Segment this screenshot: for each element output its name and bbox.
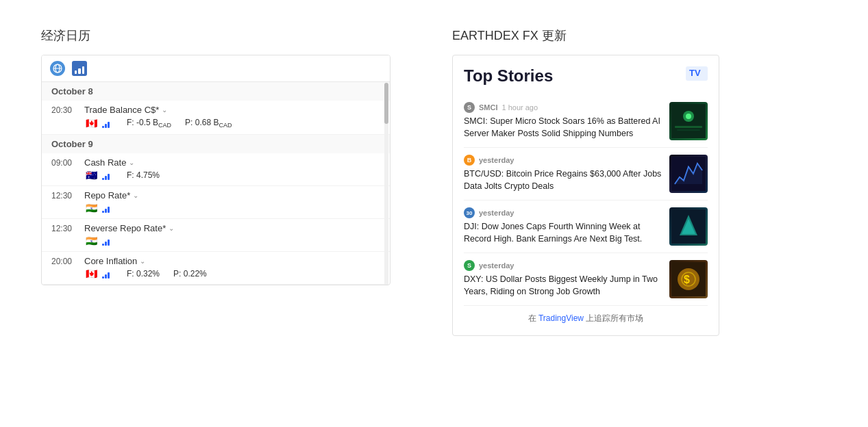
event-time-cash-rate: 09:00 [51, 158, 79, 168]
news-headline-dxy: DXY: US Dollar Posts Biggest Weekly Jump… [464, 274, 662, 298]
calendar-scroll[interactable]: October 8 20:30 Trade Balance C$* ⌄ 🇨🇦 [42, 82, 390, 285]
forecast-cash-rate: F: 4.75% [127, 170, 160, 180]
news-source-row-btc: B yesterday [464, 155, 662, 166]
event-name-reverse-repo: Reverse Repo Rate* ⌄ [84, 223, 174, 233]
news-thumb-dxy: $ [669, 260, 708, 298]
strength-icon-reverse-repo [102, 236, 114, 246]
source-name-smci: SMCI [479, 103, 498, 112]
chevron-icon: ⌄ [129, 159, 134, 166]
source-icon-dji: 30 [464, 207, 475, 218]
source-icon-dxy: S [464, 260, 475, 271]
right-section: EARTHDEX FX 更新 Top Stories TV S SMCI 1 h… [452, 27, 827, 336]
source-name-dji: yesterday [479, 209, 514, 217]
source-name-btc: yesterday [479, 156, 514, 164]
flag-canada: 🇨🇦 [84, 118, 98, 128]
scrollbar-thumb[interactable] [384, 83, 388, 124]
tv-logo: TV [686, 66, 708, 81]
event-values-trade-balance: F: -0.5 BCAD P: 0.68 BCAD [127, 118, 232, 129]
event-flags-trade-balance: 🇨🇦 F: -0.5 BCAD P: 0.68 BCAD [51, 115, 380, 131]
tradingview-link[interactable]: TradingView [538, 313, 584, 323]
event-cash-rate: 09:00 Cash Rate ⌄ 🇦🇺 F: 4.75% [42, 153, 390, 186]
news-headline-dji: DJI: Dow Jones Caps Fourth Winning Week … [464, 221, 662, 245]
svg-point-6 [686, 114, 691, 119]
event-repo-rate: 12:30 Repo Rate* ⌄ 🇮🇳 [42, 186, 390, 219]
event-name-core-inflation: Core Inflation ⌄ [84, 256, 145, 266]
globe-icon[interactable] [50, 61, 65, 76]
calendar-widget: October 8 20:30 Trade Balance C$* ⌄ 🇨🇦 [41, 55, 390, 285]
news-headline-smci: SMCI: Super Micro Stock Soars 16% as Bat… [464, 116, 662, 140]
news-item-dji[interactable]: 30 yesterday DJI: Dow Jones Caps Fourth … [464, 200, 708, 253]
event-time-reverse-repo: 12:30 [51, 224, 79, 233]
strength-icon-repo-rate [102, 203, 114, 213]
news-source-row-smci: S SMCI 1 hour ago [464, 102, 662, 113]
svg-rect-7 [675, 126, 702, 128]
left-title: 经济日历 [41, 27, 397, 44]
chevron-icon: ⌄ [133, 192, 138, 199]
forecast-value: F: -0.5 BCAD [127, 118, 171, 129]
event-name-repo-rate: Repo Rate* ⌄ [84, 190, 138, 200]
event-flags-repo-rate: 🇮🇳 [51, 200, 380, 216]
event-flags-cash-rate: 🇦🇺 F: 4.75% [51, 168, 380, 183]
strength-icon-cash-rate [102, 170, 114, 180]
news-thumb-smci [669, 102, 708, 140]
news-text-btc: B yesterday BTC/USD: Bitcoin Price Regai… [464, 155, 662, 192]
event-core-inflation: 20:00 Core Inflation ⌄ 🇨🇦 F: 0.32% [42, 252, 390, 285]
svg-text:$: $ [684, 274, 690, 285]
forecast-core-inflation: F: 0.32% [127, 269, 160, 279]
source-name-dxy: yesterday [479, 261, 514, 270]
event-time-core-inflation: 20:00 [51, 257, 79, 266]
event-flags-reverse-repo: 🇮🇳 [51, 233, 380, 248]
news-header: Top Stories TV [464, 66, 708, 86]
right-title: EARTHDEX FX 更新 [452, 27, 827, 44]
news-headline-btc: BTC/USD: Bitcoin Price Regains $63,000 A… [464, 168, 662, 192]
news-text-smci: S SMCI 1 hour ago SMCI: Super Micro Stoc… [464, 102, 662, 140]
flag-india-2: 🇮🇳 [84, 236, 98, 246]
source-icon-smci: S [464, 102, 475, 113]
news-widget[interactable]: Top Stories TV S SMCI 1 hour ago SMCI: S… [452, 55, 719, 336]
svg-rect-9 [680, 132, 697, 133]
source-time-smci: 1 hour ago [502, 103, 538, 112]
news-item-smci[interactable]: S SMCI 1 hour ago SMCI: Super Micro Stoc… [464, 95, 708, 148]
tradingview-link-row: 在 TradingView 上追踪所有市场 [464, 306, 708, 324]
event-trade-balance: 20:30 Trade Balance C$* ⌄ 🇨🇦 F: -0.5 BCA [42, 101, 390, 135]
news-source-row-dji: 30 yesterday [464, 207, 662, 218]
chevron-icon: ⌄ [169, 224, 174, 232]
news-text-dxy: S yesterday DXY: US Dollar Posts Biggest… [464, 260, 662, 298]
news-source-row-dxy: S yesterday [464, 260, 662, 271]
svg-text:TV: TV [689, 68, 701, 77]
scrollbar-track[interactable] [384, 83, 388, 285]
flag-australia: 🇦🇺 [84, 170, 98, 180]
event-values-core-inflation: F: 0.32% P: 0.22% [127, 269, 207, 279]
top-stories-label: Top Stories [464, 66, 553, 86]
previous-value: P: 0.68 BCAD [185, 118, 232, 129]
event-reverse-repo-rate: 12:30 Reverse Repo Rate* ⌄ 🇮🇳 [42, 219, 390, 252]
svg-rect-8 [677, 129, 700, 131]
source-icon-btc: B [464, 155, 475, 166]
event-name-cash-rate: Cash Rate ⌄ [84, 157, 134, 168]
previous-core-inflation: P: 0.22% [173, 269, 207, 279]
news-thumb-btc [669, 155, 708, 193]
strength-icon [102, 118, 114, 128]
news-text-dji: 30 yesterday DJI: Dow Jones Caps Fourth … [464, 207, 662, 245]
left-section: 经济日历 October 8 2 [41, 27, 397, 285]
event-values-cash-rate: F: 4.75% [127, 170, 160, 180]
news-item-btc[interactable]: B yesterday BTC/USD: Bitcoin Price Regai… [464, 148, 708, 200]
news-thumb-dji [669, 207, 708, 246]
event-time-repo-rate: 12:30 [51, 191, 79, 200]
date-header-oct8: October 8 [42, 82, 390, 101]
news-item-dxy[interactable]: S yesterday DXY: US Dollar Posts Biggest… [464, 253, 708, 306]
event-time-trade-balance: 20:30 [51, 105, 79, 115]
chevron-icon: ⌄ [140, 257, 145, 265]
flag-canada-2: 🇨🇦 [84, 269, 98, 279]
chevron-icon: ⌄ [162, 106, 167, 114]
bar-chart-icon[interactable] [72, 61, 87, 76]
calendar-toolbar [42, 55, 390, 82]
flag-india: 🇮🇳 [84, 203, 98, 213]
event-flags-core-inflation: 🇨🇦 F: 0.32% P: 0.22% [51, 266, 380, 281]
strength-icon-core-inflation [102, 269, 114, 279]
date-header-oct9: October 9 [42, 135, 390, 153]
event-name-trade-balance: Trade Balance C$* ⌄ [84, 105, 167, 115]
